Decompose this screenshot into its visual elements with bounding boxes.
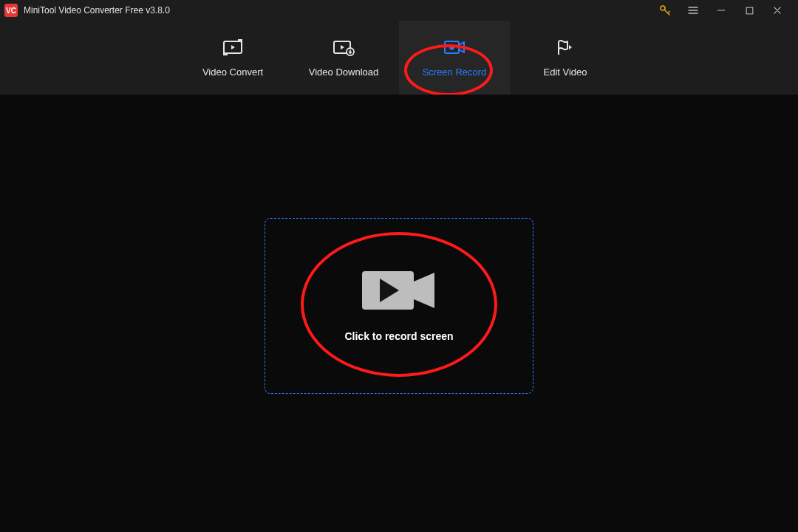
menu-button[interactable] xyxy=(684,1,702,19)
record-screen-button[interactable]: Click to record screen xyxy=(265,218,533,394)
tab-video-convert[interactable]: Video Convert xyxy=(177,21,288,95)
tab-screen-record[interactable]: Screen Record xyxy=(399,21,510,95)
main-content: Click to record screen xyxy=(0,95,798,532)
tab-label: Video Convert xyxy=(202,66,263,78)
video-convert-icon xyxy=(222,38,244,56)
svg-point-6 xyxy=(450,45,454,50)
app-logo-icon: VC xyxy=(4,4,18,17)
screen-record-icon xyxy=(443,38,466,56)
minimize-button[interactable] xyxy=(712,1,730,19)
video-download-icon xyxy=(332,38,355,56)
window-controls xyxy=(656,1,794,19)
record-prompt-label: Click to record screen xyxy=(344,330,453,342)
tab-label: Screen Record xyxy=(423,66,487,78)
tab-video-download[interactable]: Video Download xyxy=(288,21,399,95)
tab-edit-video[interactable]: Edit Video xyxy=(510,21,621,95)
main-tabs: Video Convert Video Download Screen Reco… xyxy=(0,21,798,95)
camera-record-icon xyxy=(362,270,436,311)
app-title: MiniTool Video Converter Free v3.8.0 xyxy=(24,5,656,16)
edit-video-icon xyxy=(554,38,576,56)
maximize-button[interactable] xyxy=(740,1,758,19)
upgrade-key-button[interactable] xyxy=(656,1,674,19)
titlebar: VC MiniTool Video Converter Free v3.8.0 xyxy=(0,0,798,21)
tab-label: Edit Video xyxy=(543,66,587,78)
svg-rect-1 xyxy=(746,7,753,14)
tab-label: Video Download xyxy=(309,66,378,78)
close-button[interactable] xyxy=(768,1,786,19)
